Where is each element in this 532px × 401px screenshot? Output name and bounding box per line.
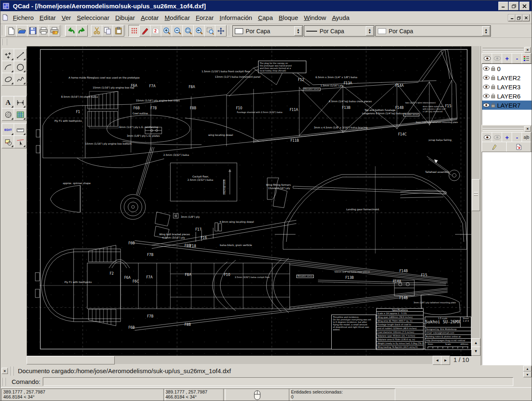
menu-item[interactable]: Fichero <box>10 13 37 22</box>
menu-item[interactable]: Acotar <box>138 13 162 22</box>
menu-item[interactable]: Forzar <box>193 13 217 22</box>
menu-item[interactable]: Seleccionar <box>74 13 112 22</box>
vertical-scrollbar-thumb[interactable] <box>472 179 480 211</box>
color-combo[interactable]: Por Capa ▲▼ <box>232 25 303 37</box>
mdi-minimize-button[interactable] <box>508 15 515 21</box>
edit-block-icon[interactable] <box>482 142 507 152</box>
cut-icon[interactable] <box>91 25 103 37</box>
mdi-restore-button[interactable] <box>515 15 522 21</box>
arc-tool-icon[interactable] <box>2 61 15 74</box>
points-tool-icon[interactable] <box>2 49 15 62</box>
layer-row[interactable]: LAYER6 <box>482 91 532 101</box>
menu-item[interactable]: Editar <box>37 13 59 22</box>
copy-icon[interactable] <box>102 25 113 37</box>
block-list[interactable] <box>482 152 532 365</box>
drawing-canvas[interactable]: A home-made fibreglass cowl was used on … <box>27 46 472 357</box>
layer-visible-icon[interactable] <box>483 66 490 71</box>
layer-lock-icon[interactable] <box>491 66 495 71</box>
menu-item[interactable]: Ayuda <box>329 13 352 22</box>
layer-lock-icon[interactable] <box>491 93 495 98</box>
spline-tool-icon[interactable] <box>14 73 27 86</box>
layer-attributes-icon[interactable] <box>522 53 531 64</box>
insert-block-icon[interactable] <box>506 142 531 152</box>
layer-panel-header[interactable]: × <box>482 47 531 52</box>
scroll-left-icon[interactable]: ◄ <box>433 356 442 365</box>
palette-grip[interactable] <box>2 39 7 45</box>
menu-item[interactable]: Window <box>301 13 329 22</box>
hatch-tool-icon[interactable] <box>2 108 15 121</box>
zoom-in-icon[interactable] <box>161 25 172 37</box>
rename-block-icon[interactable]: a|b <box>522 132 531 143</box>
layer-visible-icon[interactable] <box>483 103 490 107</box>
menu-item[interactable]: Modificar <box>162 13 193 22</box>
vertical-scrollbar[interactable]: ▲ ▼ <box>471 46 480 356</box>
ellipse-tool-icon[interactable] <box>2 73 15 86</box>
command-grip[interactable] <box>2 378 6 386</box>
show-all-layers-icon[interactable] <box>482 53 493 64</box>
redraw-icon[interactable]: 2 <box>150 25 162 37</box>
command-input[interactable] <box>43 377 513 386</box>
print-preview-icon[interactable] <box>49 25 60 37</box>
add-block-icon[interactable]: + <box>502 132 512 143</box>
pan-icon[interactable] <box>215 25 227 37</box>
layer-visible-icon[interactable] <box>483 85 490 89</box>
select-tool-icon[interactable] <box>14 135 27 148</box>
layer-visible-icon[interactable] <box>483 94 490 98</box>
text-tool-icon[interactable]: A <box>2 96 15 109</box>
block-tool-icon[interactable] <box>2 135 15 148</box>
layer-row[interactable]: 0 <box>482 64 532 73</box>
line-style-combo[interactable]: Por Capa ▲▼ <box>375 25 491 37</box>
measure-tool-icon[interactable] <box>14 123 27 136</box>
save-icon[interactable] <box>27 25 39 37</box>
zoom-window-icon[interactable] <box>204 25 216 37</box>
redo-icon[interactable] <box>76 25 88 37</box>
horizontal-scrollbar[interactable]: ◄ ► <box>27 356 450 364</box>
layer-lock-icon[interactable] <box>491 84 495 89</box>
menu-item[interactable]: Capa <box>255 13 276 22</box>
layer-row[interactable]: LAYER2 <box>482 73 532 82</box>
menu-item[interactable]: Bloque <box>276 13 301 22</box>
grid-icon[interactable] <box>128 25 140 37</box>
scroll-up-icon[interactable]: ▲ <box>471 338 480 347</box>
layer-lock-icon[interactable] <box>491 75 495 80</box>
document-window-icon[interactable] <box>2 14 8 21</box>
menu-item[interactable]: Dibujar <box>112 13 138 22</box>
new-icon[interactable] <box>5 25 17 37</box>
block-panel-close-icon[interactable]: × <box>525 126 531 132</box>
scroll-down-icon[interactable]: ▼ <box>471 347 480 356</box>
add-layer-icon[interactable]: + <box>502 53 512 64</box>
zoom-previous-icon[interactable] <box>193 25 205 37</box>
layer-visible-icon[interactable] <box>483 76 490 80</box>
log-grip[interactable] <box>10 367 14 376</box>
dimension-tool-icon[interactable] <box>14 96 27 109</box>
menu-item[interactable]: Ver <box>59 13 74 22</box>
horizontal-scrollbar-thumb[interactable] <box>27 356 115 364</box>
hide-all-blocks-icon[interactable] <box>492 132 502 143</box>
mdi-close-button[interactable] <box>522 15 530 21</box>
log-scrollbar[interactable]: ▲ ▼ <box>523 366 531 376</box>
restore-button[interactable] <box>509 2 519 10</box>
line-width-combo[interactable]: Por Capa ▲▼ <box>304 25 374 37</box>
paste-icon[interactable] <box>113 25 124 37</box>
layer-row[interactable]: LAYER7 <box>482 101 532 110</box>
zoom-out-icon[interactable] <box>172 25 183 37</box>
scroll-right-icon[interactable]: ► <box>441 356 450 365</box>
open-icon[interactable] <box>16 25 28 37</box>
minimize-button[interactable] <box>498 2 508 10</box>
layer-row[interactable]: LAYER3 <box>482 82 532 91</box>
close-button[interactable] <box>520 2 530 10</box>
log-close-icon[interactable]: × <box>2 368 8 374</box>
show-all-blocks-icon[interactable] <box>482 132 493 143</box>
hide-all-layers-icon[interactable] <box>492 53 502 64</box>
remove-block-icon[interactable]: - <box>512 132 522 143</box>
draft-mode-icon[interactable] <box>139 25 151 37</box>
image-tool-icon[interactable] <box>14 108 27 121</box>
zoom-auto-icon[interactable] <box>182 25 194 37</box>
layer-panel-close-icon[interactable]: × <box>525 47 531 53</box>
undo-icon[interactable] <box>65 25 77 37</box>
log-scroll-up-icon[interactable]: ▲ <box>523 366 532 371</box>
menu-item[interactable]: Información <box>217 13 255 22</box>
remove-layer-icon[interactable]: - <box>512 53 522 64</box>
layer-lock-icon[interactable] <box>491 103 495 108</box>
block-panel-header[interactable]: × <box>482 126 531 131</box>
